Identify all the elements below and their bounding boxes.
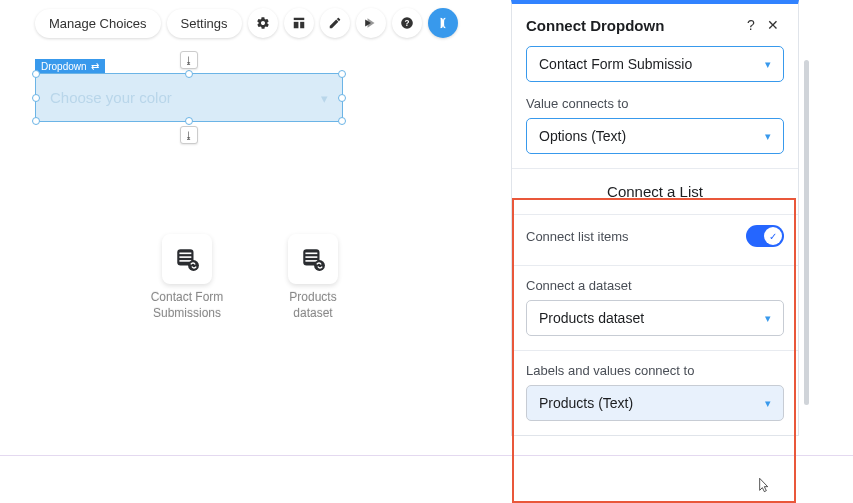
dataset-select-value: Contact Form Submissio (539, 56, 692, 72)
chevron-down-icon: ▾ (765, 58, 771, 71)
labels-select-value: Products (Text) (539, 395, 633, 411)
dataset-item[interactable]: Products dataset (273, 234, 353, 321)
svg-text:?: ? (404, 19, 409, 28)
layout-icon[interactable] (284, 8, 314, 38)
dataset-icon (288, 234, 338, 284)
value-select[interactable]: Options (Text) ▾ (526, 118, 784, 154)
swap-icon: ⇄ (91, 61, 99, 72)
dataset-label: Products dataset (273, 290, 353, 321)
svg-rect-6 (179, 253, 191, 255)
toggle-knob: ✓ (764, 227, 782, 245)
close-icon[interactable]: ✕ (762, 14, 784, 36)
download-icon[interactable]: ⭳ (180, 126, 198, 144)
chevron-down-icon: ▾ (765, 397, 771, 410)
dataset-field: Contact Form Submissio ▾ (512, 46, 798, 96)
dataset-icon (162, 234, 212, 284)
connect-panel: Connect Dropdown ? ✕ Contact Form Submis… (511, 0, 799, 436)
panel-help-icon[interactable]: ? (740, 14, 762, 36)
element-type-label: Dropdown (41, 61, 87, 72)
resize-handle[interactable] (185, 70, 193, 78)
labels-field: Labels and values connect to Products (T… (512, 363, 798, 435)
dataset-item[interactable]: Contact Form Submissions (147, 234, 227, 321)
list-toggle-label: Connect list items (526, 229, 629, 244)
list-dataset-select[interactable]: Products dataset ▾ (526, 300, 784, 336)
dataset-select[interactable]: Contact Form Submissio ▾ (526, 46, 784, 82)
element-toolbar: Manage Choices Settings ? (35, 8, 458, 38)
selected-element: Dropdown ⇄ Choose your color ▾ ⭳ ⭳ (35, 56, 343, 122)
resize-handle[interactable] (338, 70, 346, 78)
svg-rect-0 (293, 18, 304, 20)
svg-rect-12 (305, 256, 317, 258)
list-dataset-field: Connect a dataset Products dataset ▾ (512, 278, 798, 350)
design-icon[interactable] (320, 8, 350, 38)
svg-rect-1 (293, 22, 298, 28)
animation-icon[interactable] (356, 8, 386, 38)
connect-data-icon[interactable] (428, 8, 458, 38)
dropdown-element[interactable]: Choose your color ▾ ⭳ ⭳ (35, 73, 343, 122)
resize-handle[interactable] (32, 117, 40, 125)
svg-rect-8 (179, 260, 191, 262)
chevron-down-icon: ▾ (765, 130, 771, 143)
chevron-down-icon: ▾ (765, 312, 771, 325)
svg-rect-13 (305, 260, 317, 262)
panel-header: Connect Dropdown ? ✕ (512, 4, 798, 46)
manage-choices-button[interactable]: Manage Choices (35, 9, 161, 38)
element-type-tag: Dropdown ⇄ (35, 59, 105, 74)
dataset-label: Contact Form Submissions (147, 290, 227, 321)
dropdown-placeholder: Choose your color (50, 89, 172, 106)
gear-icon[interactable] (248, 8, 278, 38)
labels-label: Labels and values connect to (526, 363, 784, 378)
list-dataset-value: Products dataset (539, 310, 644, 326)
value-field: Value connects to Options (Text) ▾ (512, 96, 798, 168)
list-toggle-row: Connect list items ✓ (512, 225, 798, 265)
svg-rect-11 (305, 253, 317, 255)
value-label: Value connects to (526, 96, 784, 111)
help-icon[interactable]: ? (392, 8, 422, 38)
panel-title: Connect Dropdown (526, 17, 740, 34)
labels-select[interactable]: Products (Text) ▾ (526, 385, 784, 421)
svg-rect-2 (300, 22, 304, 28)
resize-handle[interactable] (338, 94, 346, 102)
resize-handle[interactable] (32, 94, 40, 102)
svg-rect-7 (179, 256, 191, 258)
svg-point-9 (188, 260, 199, 271)
panel-scrollbar[interactable] (804, 60, 809, 405)
list-section-title: Connect a List (512, 169, 798, 214)
list-toggle[interactable]: ✓ (746, 225, 784, 247)
editor-canvas: Manage Choices Settings ? Dropdown ⇄ Cho… (0, 0, 853, 503)
list-dataset-label: Connect a dataset (526, 278, 784, 293)
cursor-icon (755, 477, 771, 496)
horizontal-rule (0, 455, 853, 456)
resize-handle[interactable] (185, 117, 193, 125)
svg-point-14 (314, 260, 325, 271)
resize-handle[interactable] (338, 117, 346, 125)
chevron-down-icon: ▾ (321, 90, 328, 105)
settings-button[interactable]: Settings (167, 9, 242, 38)
download-icon[interactable]: ⭳ (180, 51, 198, 69)
value-select-value: Options (Text) (539, 128, 626, 144)
dataset-group: Contact Form Submissions Products datase… (147, 234, 353, 321)
resize-handle[interactable] (32, 70, 40, 78)
